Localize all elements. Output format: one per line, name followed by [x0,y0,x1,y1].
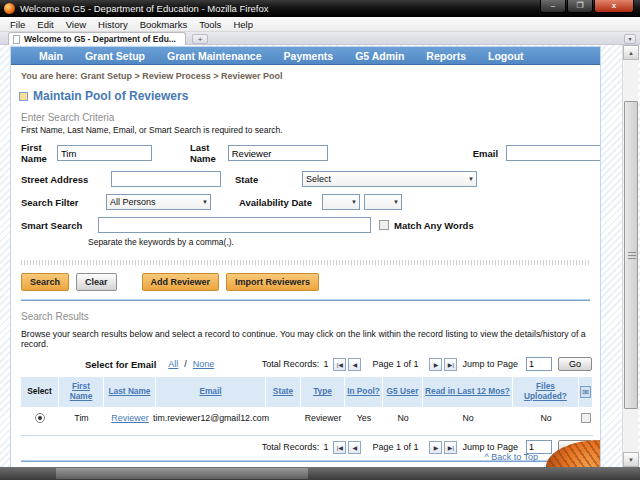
menu-view[interactable]: View [60,19,92,30]
page-viewport: Main Grant Setup Grant Maintenance Payme… [0,45,640,467]
total-records-label: Total Records: [262,442,320,452]
col-first-name[interactable]: First Name [59,377,104,407]
go-button[interactable]: Go [558,357,592,371]
nav-grant-maintenance[interactable]: Grant Maintenance [167,50,262,62]
g5-content: Main Grant Setup Grant Maintenance Payme… [10,46,601,467]
page-indicator: Page 1 of 1 [372,442,418,452]
tab-title: Welcome to G5 - Department of Edu... [24,34,176,44]
col-files-uploaded[interactable]: Files Uploaded? [513,377,579,407]
chevron-down-icon: ▼ [468,176,474,182]
first-name-input[interactable] [57,145,152,161]
restore-button[interactable]: ❐ [567,0,593,13]
active-tab[interactable]: Welcome to G5 - Department of Edu... [8,32,186,45]
menu-edit[interactable]: Edit [31,19,59,30]
vertical-scrollbar[interactable]: ▲ ▼ [622,45,638,467]
state-select[interactable]: Select ▼ [302,171,477,187]
minimize-button[interactable]: – [540,0,566,13]
select-all-link[interactable]: All [168,359,178,369]
cell-last-name-link[interactable]: Reviewer [111,413,149,423]
col-email[interactable]: Email [156,377,266,407]
first-name-label: First Name [21,142,47,164]
nav-payments[interactable]: Payments [284,50,334,62]
email-input[interactable] [506,145,601,161]
scrollbar-thumb[interactable] [624,101,638,409]
menu-bar: File Edit View History Bookmarks Tools H… [0,17,640,32]
first-page-button[interactable]: |◀ [333,441,346,454]
availability-month-select[interactable]: ▼ [322,194,360,210]
row-email-checkbox[interactable] [581,413,591,423]
match-any-words-label: Match Any Words [394,220,474,231]
scroll-up-arrow[interactable]: ▲ [623,45,639,60]
nav-main[interactable]: Main [39,50,63,62]
col-read-12-mos[interactable]: Read in Last 12 Mos? [423,377,513,407]
smart-search-hint: Separate the keywords by a comma(,). [88,237,600,247]
col-type[interactable]: Type [301,377,345,407]
first-page-button[interactable]: |◀ [333,358,346,371]
window-title: Welcome to G5 - Department of Education … [20,3,269,14]
search-button[interactable]: Search [21,273,69,291]
col-in-pool[interactable]: In Pool? [345,377,383,407]
back-to-top-link[interactable]: ^ Back to Top [484,452,538,462]
new-tab-button[interactable]: + [192,34,208,44]
tab-bar: Welcome to G5 - Department of Edu... + ▾ [0,32,640,45]
match-any-words-checkbox[interactable] [379,220,389,230]
col-g5-user[interactable]: G5 User [383,377,423,407]
browse-note: Browse your search results below and sel… [21,329,600,349]
row-radio-selected[interactable] [35,413,45,423]
table-row: Tim Reviewer tim.reviewer12@gmail12.com … [21,407,593,428]
street-address-label: Street Address [21,174,101,185]
col-select: Select [21,377,59,407]
cell-first-name: Tim [59,408,104,428]
breadcrumb-prefix: You are here: [21,71,78,81]
availability-day-select[interactable]: ▼ [364,194,402,210]
next-page-button[interactable]: ▶ [429,441,442,454]
add-reviewer-button[interactable]: Add Reviewer [142,273,220,291]
nav-grant-setup[interactable]: Grant Setup [85,50,145,62]
pagination-bottom: Total Records: 1 |◀ ◀ Page 1 of 1 ▶ ▶| J… [258,440,592,454]
horizontal-scrollbar-thumb[interactable] [56,468,308,479]
col-email-select: ✉ [579,377,593,407]
last-page-button[interactable]: ▶| [444,441,457,454]
nav-logout[interactable]: Logout [488,50,524,62]
menu-history[interactable]: History [92,19,134,30]
list-all-tabs-button[interactable]: ▾ [624,34,636,44]
email-label: Email [473,148,498,159]
col-state[interactable]: State [266,377,301,407]
nav-g5-admin[interactable]: G5 Admin [355,50,404,62]
import-reviewers-button[interactable]: Import Reviewers [226,273,319,291]
last-page-button[interactable]: ▶| [444,358,457,371]
jump-to-page-label: Jump to Page [462,359,518,369]
cell-state [266,408,301,428]
menu-bookmarks[interactable]: Bookmarks [134,19,194,30]
clear-button[interactable]: Clear [76,273,117,291]
jump-to-page-input[interactable] [526,357,552,371]
col-last-name[interactable]: Last Name [104,377,156,407]
select-none-link[interactable]: None [193,359,215,369]
breadcrumb-path[interactable]: Grant Setup > Review Process > Reviewer … [80,71,282,81]
next-page-button[interactable]: ▶ [429,358,442,371]
last-name-input[interactable] [228,145,328,161]
search-results-heading: Search Results [21,311,600,322]
envelope-icon: ✉ [580,386,591,398]
results-table-header: Select First Name Last Name Email State … [21,377,593,407]
smart-search-label: Smart Search [21,220,83,231]
link-separator: / [184,359,187,369]
search-filter-select[interactable]: All Persons ▼ [106,194,211,210]
scroll-down-arrow[interactable]: ▼ [623,452,639,467]
menu-help[interactable]: Help [227,19,259,30]
horizontal-scrollbar[interactable] [0,467,640,480]
chevron-down-icon: ▼ [202,199,208,205]
total-records-value: 1 [323,442,328,452]
cell-email: tim.reviewer12@gmail12.com [156,408,266,428]
close-button[interactable]: x [594,0,634,13]
menu-file[interactable]: File [4,19,31,30]
street-address-input[interactable] [111,171,221,187]
cell-in-pool: Yes [345,408,383,428]
total-records-label: Total Records: [262,359,320,369]
nav-reports[interactable]: Reports [426,50,466,62]
prev-page-button[interactable]: ◀ [348,441,361,454]
smart-search-input[interactable] [98,217,371,233]
prev-page-button[interactable]: ◀ [348,358,361,371]
menu-tools[interactable]: Tools [193,19,227,30]
results-table: Select First Name Last Name Email State … [21,377,593,436]
